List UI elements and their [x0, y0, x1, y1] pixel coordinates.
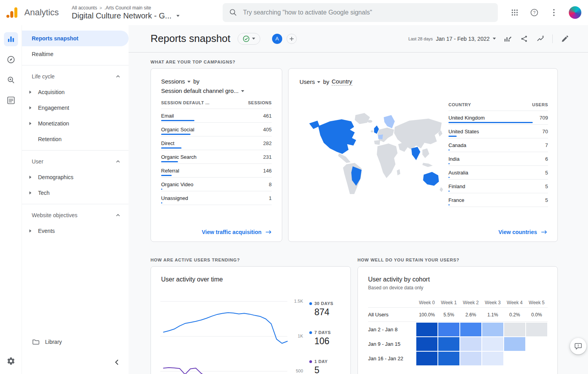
sidebar-item-events[interactable]: Events: [22, 223, 129, 239]
sidebar-item-retention[interactable]: Retention: [22, 131, 129, 147]
cohort-cell: [482, 323, 503, 336]
sidebar-item-realtime[interactable]: Realtime: [22, 46, 129, 62]
report-content: Reports snapshot A Last 28 days Jan 17 -…: [129, 25, 588, 374]
breadcrumb-account[interactable]: .Arts Council main site: [104, 5, 151, 11]
chevron-left-icon: [114, 359, 119, 365]
global-search-bar[interactable]: [223, 3, 498, 22]
sidebar-item-monetization[interactable]: Monetization: [22, 116, 129, 131]
apps-grid-icon[interactable]: [510, 8, 519, 17]
folder-icon: [32, 338, 40, 346]
link-label: View countries: [498, 229, 537, 235]
table-row: Direct282: [161, 136, 272, 150]
cohort-cell: [526, 352, 547, 365]
by-label: by: [323, 78, 329, 85]
sidebar-item-acquisition[interactable]: Acquisition: [22, 84, 129, 100]
sidebar-item-library[interactable]: Library: [32, 338, 62, 346]
feedback-button[interactable]: [570, 338, 586, 354]
row-value: 6: [545, 156, 548, 162]
legend-label: 1 DAY: [314, 359, 328, 364]
sidebar-item-tech[interactable]: Tech: [22, 185, 129, 201]
row-value: 709: [539, 115, 548, 121]
view-traffic-acquisition-link[interactable]: View traffic acquisition: [202, 229, 272, 235]
help-icon[interactable]: ?: [530, 8, 539, 17]
row-bar: [161, 161, 178, 162]
row-label: Unassigned: [161, 195, 188, 201]
cohort-cell: [526, 337, 547, 351]
data-quality-pill[interactable]: [238, 33, 260, 45]
sidebar-item-label: Engagement: [38, 105, 69, 111]
row-value: 1: [269, 195, 272, 201]
nav-admin-gear-icon[interactable]: [0, 357, 22, 365]
sidebar-section-website-objectives[interactable]: Website objectives: [22, 207, 129, 223]
add-comparison-button[interactable]: [287, 34, 297, 44]
week-header: Week 0: [416, 298, 438, 308]
table-row: Australia5: [448, 166, 548, 180]
row-bar: [161, 134, 191, 135]
row-label: Canada: [448, 142, 466, 148]
chevron-down-icon: [493, 38, 496, 40]
row-bar: [161, 202, 162, 203]
gridline-label: 1.5K: [289, 299, 303, 303]
cohort-cell: [438, 337, 459, 351]
chevron-up-icon: [116, 214, 120, 216]
chart-legend: 30 DAYS 874 7 DAYS 106 1 DAY 5: [309, 301, 333, 374]
sidebar-item-reports-snapshot[interactable]: Reports snapshot: [22, 31, 129, 46]
metric-selector[interactable]: Sessions: [161, 78, 185, 85]
chevron-up-icon: [116, 160, 120, 163]
nav-search-ads-icon[interactable]: [4, 73, 18, 87]
dimension-selector[interactable]: Country: [332, 78, 352, 85]
table-row: Canada7: [448, 138, 548, 152]
table-row: United Kingdom709: [448, 111, 548, 125]
edit-report-icon[interactable]: [560, 34, 569, 44]
table-row: Organic Search231: [161, 150, 272, 164]
section-title: User: [32, 158, 44, 165]
cohort-row-label: Jan 9 - Jan 15: [368, 336, 416, 351]
cohort-cell: [504, 352, 525, 365]
row-label: Email: [161, 113, 174, 119]
row-bar: [448, 163, 450, 164]
metric-selector[interactable]: Users: [299, 78, 315, 85]
cohort-value: 0.2%: [504, 308, 526, 322]
legend-value: 106: [314, 336, 333, 347]
collapse-sidebar-button[interactable]: [112, 357, 122, 369]
table-header: SESSION DEFAULT ... SESSIONS: [161, 100, 272, 109]
chevron-up-icon: [116, 75, 120, 78]
search-input[interactable]: [243, 9, 478, 16]
chevron-down-icon: [317, 81, 320, 83]
expand-arrow-icon: [29, 229, 31, 232]
sidebar-item-demographics[interactable]: Demographics: [22, 169, 129, 185]
report-header: Reports snapshot A Last 28 days Jan 17 -…: [129, 25, 588, 53]
dimension-selector[interactable]: Session default channel gro...: [161, 87, 239, 94]
nav-reports-icon[interactable]: [4, 32, 18, 46]
table-row: Referral146: [161, 164, 272, 178]
card-subtitle: Based on device data only: [368, 285, 547, 290]
comparison-chip[interactable]: A: [272, 34, 282, 44]
overflow-menu-icon[interactable]: [549, 8, 559, 17]
view-countries-link[interactable]: View countries: [498, 229, 547, 235]
nav-explore-icon[interactable]: [4, 53, 18, 67]
cohort-cell: [416, 352, 437, 365]
date-range-picker[interactable]: Last 28 days Jan 17 - Feb 13, 2022: [408, 36, 496, 42]
row-label: Organic Video: [161, 182, 193, 187]
customize-report-icon[interactable]: [503, 34, 512, 44]
google-analytics-logo[interactable]: [5, 6, 19, 19]
sidebar-section-life-cycle[interactable]: Life cycle: [22, 69, 129, 84]
nav-advertising-icon[interactable]: [4, 93, 18, 107]
insights-icon[interactable]: [536, 34, 545, 44]
row-value: 7: [545, 142, 548, 148]
row-value: 405: [263, 127, 272, 133]
week-header: Week 1: [438, 298, 460, 308]
account-avatar[interactable]: [569, 6, 581, 19]
cohort-row-label: Jan 2 - Jan 8: [368, 322, 416, 336]
check-circle-icon: [243, 35, 250, 42]
section-title: Website objectives: [32, 212, 77, 218]
sidebar-item-engagement[interactable]: Engagement: [22, 100, 129, 116]
sidebar-section-user[interactable]: User: [22, 154, 129, 169]
breadcrumb-all-accounts[interactable]: All accounts: [72, 5, 97, 11]
cohort-cell: [482, 352, 503, 365]
share-icon[interactable]: [519, 34, 529, 44]
section-label-campaigns: WHAT ARE YOUR TOP CAMPAIGNS?: [151, 60, 588, 64]
breadcrumb: All accounts > .Arts Council main site: [72, 5, 217, 11]
row-label: France: [448, 197, 464, 203]
property-selector[interactable]: Digital Culture Network - G...: [72, 11, 217, 20]
